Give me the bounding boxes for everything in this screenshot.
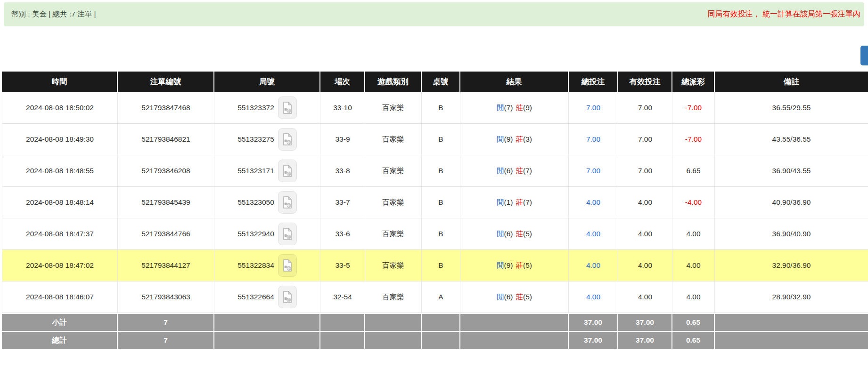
- table-number-cell: B: [422, 250, 460, 281]
- game-type-cell: 百家樂: [365, 250, 422, 281]
- remark-cell: 36.90/43.55: [715, 155, 868, 187]
- column-header-5: 遊戲類別: [365, 72, 422, 92]
- valid-bet-cell: 4.00: [618, 250, 672, 281]
- table-number: B: [438, 135, 443, 143]
- column-header-6: 桌號: [422, 72, 460, 92]
- summary-empty-cell: [715, 331, 868, 349]
- banker-result-label: 莊: [516, 230, 524, 238]
- round-cell: 551322940: [214, 218, 320, 250]
- summary-empty-cell: [320, 313, 365, 331]
- valid-bet-cell: 4.00: [618, 187, 672, 218]
- bet-time: 2024-08-08 18:47:02: [26, 261, 94, 269]
- remark-balance: 36.90/40.90: [772, 230, 811, 238]
- payout-amount: -7.00: [685, 104, 702, 112]
- player-result-label: 閒: [497, 261, 504, 269]
- round-cell: 551323372: [214, 92, 320, 124]
- total-bet-link[interactable]: 4.00: [586, 230, 600, 238]
- player-score: (1): [504, 198, 513, 206]
- total-bet-link[interactable]: 4.00: [586, 198, 600, 206]
- summary-label-cell: 小計: [2, 313, 118, 331]
- summary-total-bet: 37.00: [584, 336, 602, 344]
- total-bet-link[interactable]: 7.00: [586, 135, 600, 143]
- video-file-icon: [283, 291, 292, 303]
- video-file-icon: [283, 228, 292, 240]
- table-number: B: [438, 261, 443, 269]
- payout-amount: 6.65: [686, 167, 700, 175]
- round-cell: 551323275: [214, 124, 320, 155]
- video-replay-button[interactable]: [278, 160, 297, 182]
- total-bet-cell: 7.00: [569, 124, 618, 155]
- round-id: 551322834: [237, 261, 274, 270]
- bet-id-cell: 521793846821: [118, 124, 214, 155]
- payout-cell: -4.00: [672, 187, 715, 218]
- video-file-icon: [283, 196, 292, 209]
- export-button[interactable]: [860, 46, 868, 65]
- summary-count: 7: [164, 336, 168, 344]
- bet-id: 521793844127: [141, 261, 190, 269]
- round-cell: 551323171: [214, 155, 320, 187]
- payout-amount: 4.00: [686, 293, 700, 301]
- game-type: 百家樂: [382, 230, 404, 238]
- table-row: 2024-08-08 18:50:02 521793847468 5513233…: [2, 92, 868, 124]
- valid-bet-amount: 7.00: [638, 135, 652, 143]
- video-replay-button[interactable]: [278, 191, 297, 214]
- total-bet-link[interactable]: 4.00: [586, 261, 600, 269]
- valid-bet-amount: 4.00: [638, 293, 652, 301]
- session-number: 33-9: [335, 135, 350, 143]
- summary-empty-cell: [320, 331, 365, 349]
- banker-result-label: 莊: [516, 198, 524, 206]
- video-replay-button[interactable]: [278, 96, 297, 119]
- total-bet-link[interactable]: 4.00: [586, 293, 600, 301]
- banker-score: (5): [523, 293, 532, 301]
- payout-amount: 4.00: [686, 261, 700, 269]
- remark-balance: 36.55/29.55: [772, 104, 811, 112]
- video-replay-button[interactable]: [278, 286, 297, 308]
- session-number: 33-8: [335, 167, 350, 175]
- payout-cell: 4.00: [672, 218, 715, 250]
- video-replay-button[interactable]: [278, 128, 297, 151]
- game-type: 百家樂: [382, 135, 404, 143]
- banker-score: (7): [523, 198, 532, 206]
- valid-bet-cell: 7.00: [618, 124, 672, 155]
- summary-payout: 0.65: [686, 336, 700, 344]
- summary-row: 小計 7 37.00 37.00 0.65: [2, 313, 868, 331]
- table-number: B: [438, 198, 443, 206]
- remark-balance: 36.90/43.55: [772, 167, 811, 175]
- total-bet-link[interactable]: 7.00: [586, 104, 600, 112]
- banker-score: (7): [523, 167, 532, 175]
- payout-cell: 4.00: [672, 281, 715, 313]
- bet-id: 521793847468: [141, 104, 190, 112]
- remark-balance: 40.90/36.90: [772, 198, 811, 206]
- summary-empty-cell: [715, 313, 868, 331]
- video-replay-button[interactable]: [278, 223, 297, 245]
- remark-cell: 43.55/36.55: [715, 124, 868, 155]
- banker-result-label: 莊: [516, 167, 524, 175]
- session-cell: 33-9: [320, 124, 365, 155]
- payout-cell: 6.65: [672, 155, 715, 187]
- video-replay-button[interactable]: [278, 254, 297, 277]
- session-cell: 33-8: [320, 155, 365, 187]
- summary-valid-bet: 37.00: [636, 336, 654, 344]
- bet-id: 521793846821: [141, 135, 190, 143]
- total-bet-link[interactable]: 7.00: [586, 167, 600, 175]
- valid-bet-amount: 4.00: [638, 198, 652, 206]
- summary-payout-cell: 0.65: [672, 331, 715, 349]
- valid-bet-cell: 4.00: [618, 218, 672, 250]
- total-bet-cell: 7.00: [569, 155, 618, 187]
- remark-balance: 32.90/36.90: [772, 261, 811, 269]
- summary-label: 總計: [52, 336, 67, 344]
- currency-summary-text: 幣別 : 美金 | 總共 :7 注單 |: [11, 9, 96, 19]
- remark-balance: 43.55/36.55: [772, 135, 811, 143]
- bet-time: 2024-08-08 18:47:37: [26, 230, 94, 238]
- bet-id: 521793844766: [141, 230, 190, 238]
- time-cell: 2024-08-08 18:47:37: [2, 218, 118, 250]
- game-type: 百家樂: [382, 198, 404, 206]
- remark-balance: 28.90/32.90: [772, 293, 811, 301]
- summary-valid-bet-cell: 37.00: [618, 331, 672, 349]
- total-bet-cell: 4.00: [569, 187, 618, 218]
- valid-bet-cell: 7.00: [618, 155, 672, 187]
- table-number: B: [438, 230, 443, 238]
- table-row: 2024-08-08 18:48:14 521793845439 5513230…: [2, 187, 868, 218]
- column-header-9: 有效投注: [618, 72, 672, 92]
- valid-bet-amount: 7.00: [638, 104, 652, 112]
